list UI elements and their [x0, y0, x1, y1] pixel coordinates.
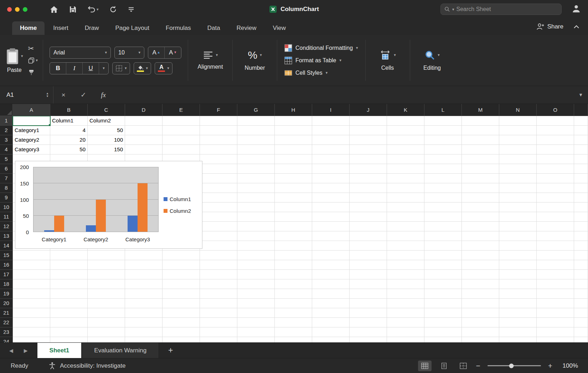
decrease-font-size-button[interactable]: A ▼: [165, 47, 181, 58]
cell-E24[interactable]: [163, 337, 200, 342]
cell-J3[interactable]: [350, 135, 387, 145]
cell-M14[interactable]: [462, 241, 499, 251]
cell-N14[interactable]: [499, 241, 537, 251]
cell-A16[interactable]: [13, 260, 50, 270]
cell-G5[interactable]: [237, 154, 275, 164]
column-header-B[interactable]: B: [50, 104, 88, 116]
cell-F1[interactable]: [200, 116, 237, 126]
bold-button[interactable]: B: [50, 63, 66, 74]
cell-K13[interactable]: [387, 231, 424, 241]
cell-F22[interactable]: [200, 318, 237, 327]
cell-G17[interactable]: [237, 270, 275, 279]
formula-input[interactable]: [113, 86, 578, 104]
search-input[interactable]: [457, 6, 558, 12]
cell-H17[interactable]: [275, 270, 312, 279]
cell-D18[interactable]: [125, 279, 163, 289]
cell-N9[interactable]: [499, 193, 537, 203]
cell-O1[interactable]: [537, 116, 574, 126]
cell-O20[interactable]: [537, 299, 574, 308]
cell-I24[interactable]: [312, 337, 350, 342]
selection-fill-handle[interactable]: [48, 124, 50, 126]
cell-A4[interactable]: Category3: [13, 145, 50, 154]
search-field[interactable]: ▾: [440, 4, 562, 15]
cell-E2[interactable]: [163, 126, 200, 135]
cell-B17[interactable]: [50, 270, 88, 279]
cell-F11[interactable]: [200, 212, 237, 222]
cell-M13[interactable]: [462, 231, 499, 241]
row-header-5[interactable]: 5: [0, 154, 13, 164]
cell-L17[interactable]: [424, 270, 462, 279]
cell-B4[interactable]: 50: [50, 145, 88, 154]
cell-J23[interactable]: [350, 327, 387, 337]
cell-A23[interactable]: [13, 327, 50, 337]
cell-N16[interactable]: [499, 260, 537, 270]
increase-font-size-button[interactable]: A ▲: [148, 47, 165, 58]
cell-F4[interactable]: [200, 145, 237, 154]
column-header-D[interactable]: D: [125, 104, 163, 116]
row-header-15[interactable]: 15: [0, 251, 13, 260]
cell-J8[interactable]: [350, 183, 387, 193]
cell-L10[interactable]: [424, 203, 462, 212]
cell-J13[interactable]: [350, 231, 387, 241]
cell-I9[interactable]: [312, 193, 350, 203]
cell-K2[interactable]: [387, 126, 424, 135]
cell-B2[interactable]: 4: [50, 126, 88, 135]
cell-H6[interactable]: [275, 164, 312, 174]
share-button[interactable]: Share: [536, 23, 563, 30]
cell-A1[interactable]: [13, 116, 50, 126]
row-header-18[interactable]: 18: [0, 279, 13, 289]
column-header-partial[interactable]: [574, 104, 588, 116]
column-header-M[interactable]: M: [462, 104, 499, 116]
paste-button[interactable]: ▾ Paste: [6, 48, 23, 73]
cell-D17[interactable]: [125, 270, 163, 279]
zoom-slider[interactable]: [488, 365, 541, 366]
cell-N24[interactable]: [499, 337, 537, 342]
cell-H5[interactable]: [275, 154, 312, 164]
cell-B1[interactable]: Column1: [50, 116, 88, 126]
cell-N4[interactable]: [499, 145, 537, 154]
cell-H11[interactable]: [275, 212, 312, 222]
previous-sheet-button[interactable]: ◀: [9, 348, 13, 353]
cell-M10[interactable]: [462, 203, 499, 212]
cell-partial[interactable]: [574, 270, 588, 279]
cell-D4[interactable]: [125, 145, 163, 154]
editing-button[interactable]: ▾: [424, 50, 440, 61]
cell-B22[interactable]: [50, 318, 88, 327]
legend-item-column2[interactable]: Column2: [164, 208, 201, 214]
cell-G22[interactable]: [237, 318, 275, 327]
cell-N22[interactable]: [499, 318, 537, 327]
cell-J22[interactable]: [350, 318, 387, 327]
cell-I16[interactable]: [312, 260, 350, 270]
cell-A2[interactable]: Category1: [13, 126, 50, 135]
cell-M2[interactable]: [462, 126, 499, 135]
cell-L18[interactable]: [424, 279, 462, 289]
cell-B20[interactable]: [50, 299, 88, 308]
cell-G21[interactable]: [237, 308, 275, 318]
cell-L24[interactable]: [424, 337, 462, 342]
font-name-select[interactable]: Arial ▾: [50, 47, 111, 59]
cell-C19[interactable]: [88, 289, 125, 299]
column-header-O[interactable]: O: [537, 104, 574, 116]
cell-E1[interactable]: [163, 116, 200, 126]
cell-partial[interactable]: [574, 251, 588, 260]
cell-N8[interactable]: [499, 183, 537, 193]
cell-N12[interactable]: [499, 222, 537, 231]
cell-O9[interactable]: [537, 193, 574, 203]
cell-C20[interactable]: [88, 299, 125, 308]
cell-partial[interactable]: [574, 260, 588, 270]
cell-H16[interactable]: [275, 260, 312, 270]
cell-J11[interactable]: [350, 212, 387, 222]
cell-J10[interactable]: [350, 203, 387, 212]
cell-G6[interactable]: [237, 164, 275, 174]
cell-G2[interactable]: [237, 126, 275, 135]
cell-N19[interactable]: [499, 289, 537, 299]
cell-I11[interactable]: [312, 212, 350, 222]
name-box-stepper[interactable]: ▲ ▼: [46, 92, 49, 98]
embedded-chart[interactable]: 050100150200 Category1Category2Category3…: [15, 161, 202, 249]
cell-M19[interactable]: [462, 289, 499, 299]
cell-A21[interactable]: [13, 308, 50, 318]
sheet-tab-evaluation-warning[interactable]: Evaluation Warning: [82, 343, 159, 358]
cell-partial[interactable]: [574, 222, 588, 231]
cell-K16[interactable]: [387, 260, 424, 270]
cell-E17[interactable]: [163, 270, 200, 279]
